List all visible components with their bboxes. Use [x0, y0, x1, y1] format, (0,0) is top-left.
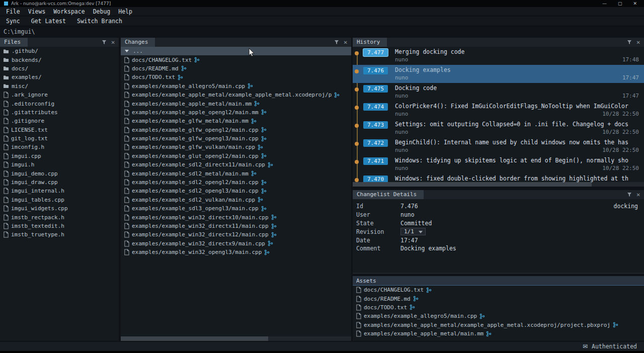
file-tree-item[interactable]: imgui_demo.cpp: [0, 169, 119, 178]
menu-item[interactable]: File: [2, 8, 24, 15]
history-panel: History ✕ 7.477 Merging docking code nun…: [353, 38, 644, 187]
history-commit-row[interactable]: 7.476 Docking examples nuno 17:47: [353, 65, 644, 83]
filter-icon[interactable]: [102, 40, 107, 45]
file-tree-item[interactable]: backends/: [0, 55, 119, 64]
filter-icon[interactable]: [627, 40, 632, 45]
changed-file-row[interactable]: examples/example_glfw_opengl3/main.cpp: [121, 134, 351, 143]
changed-file-row[interactable]: examples/example_glfw_opengl2/main.cpp: [121, 126, 351, 134]
menu-item[interactable]: Workspace: [49, 8, 89, 15]
file-tree-item[interactable]: imstb_truetype.h: [0, 230, 119, 239]
history-commit-row[interactable]: 7.475 Docking code nuno 17:47: [353, 83, 644, 101]
asset-file-row[interactable]: examples/example_apple_metal/example_app…: [353, 321, 644, 329]
panel-close-icon[interactable]: ✕: [636, 40, 640, 45]
file-tree-item[interactable]: imgui.cpp: [0, 152, 119, 160]
changed-file-row[interactable]: examples/example_win32_opengl3/main.cpp: [121, 248, 351, 256]
collapse-arrow-icon[interactable]: [125, 50, 129, 52]
file-tree-item[interactable]: .ark_ignore: [0, 91, 119, 99]
changed-file-row[interactable]: examples/example_win32_directx11/main.cp…: [121, 222, 351, 230]
changed-file-row[interactable]: ...: [121, 47, 351, 55]
toolbar-button[interactable]: Get Latest: [27, 18, 70, 25]
changed-file-row[interactable]: examples/example_win32_directx10/main.cp…: [121, 213, 351, 221]
filter-icon[interactable]: [334, 40, 339, 45]
changed-file-path: examples/example_sdl2_vulkan/main.cpp: [132, 197, 255, 203]
file-tree-item[interactable]: imconfig.h: [0, 143, 119, 151]
asset-file-row[interactable]: examples/example_allegro5/main.cpp: [353, 312, 644, 320]
changed-file-path: docs/README.md: [132, 65, 179, 72]
changed-file-row[interactable]: examples/example_sdl2_opengl3/main.cpp: [121, 187, 351, 195]
panel-close-icon[interactable]: ✕: [344, 40, 348, 45]
asset-file-row[interactable]: docs/README.md: [353, 294, 644, 303]
filter-icon[interactable]: [627, 192, 632, 197]
file-tree-item[interactable]: git_log.txt: [0, 134, 119, 143]
commit-meta: nuno 10/28 22:50: [353, 164, 644, 172]
changed-file-row[interactable]: docs/CHANGELOG.txt: [121, 55, 351, 64]
file-icon: [124, 188, 129, 194]
revision-badge: 7.477: [363, 49, 388, 56]
close-icon[interactable]: ✕: [633, 1, 637, 6]
changed-file-row[interactable]: docs/TODO.txt: [121, 73, 351, 81]
file-tree-item[interactable]: imstb_textedit.h: [0, 222, 119, 230]
changed-file-row[interactable]: examples/example_sdl3_opengl3/main.cpp: [121, 204, 351, 213]
history-commit-row[interactable]: 7.471 Windows: tidying up skipitems logi…: [353, 155, 644, 173]
changed-file-row[interactable]: docs/README.md: [121, 64, 351, 73]
branch-icon: [251, 170, 257, 176]
maximize-icon[interactable]: ▢: [618, 1, 622, 6]
branch-icon: [410, 304, 415, 310]
changed-file-row[interactable]: examples/example_win32_directx12/main.cp…: [121, 230, 351, 239]
asset-file-row[interactable]: docs/TODO.txt: [353, 303, 644, 312]
file-tree-item[interactable]: examples/: [0, 73, 119, 81]
history-commit-row[interactable]: 7.474 ColorPicker4(): Fixed ImGuiColorEd…: [353, 101, 644, 119]
file-icon: [3, 127, 9, 133]
file-tree-item[interactable]: misc/: [0, 82, 119, 91]
branch-icon: [258, 144, 263, 150]
file-name: imstb_rectpack.h: [11, 214, 64, 221]
changed-file-path: examples/example_apple_metal/main.mm: [132, 101, 252, 107]
changed-file-row[interactable]: examples/example_sdl2_directx11/main.cpp: [121, 160, 351, 169]
changed-file-row[interactable]: examples/example_sdl2_vulkan/main.cpp: [121, 196, 351, 204]
menu-item[interactable]: Debug: [89, 8, 115, 15]
changed-file-row[interactable]: examples/example_apple_opengl2/main.mm: [121, 108, 351, 117]
panel-close-icon[interactable]: ✕: [111, 40, 115, 45]
file-tree-item[interactable]: imgui_internal.h: [0, 187, 119, 195]
scrollbar-thumb[interactable]: [353, 182, 592, 187]
file-tree-item[interactable]: .gitignore: [0, 117, 119, 125]
changed-file-row[interactable]: examples/example_glfw_metal/main.mm: [121, 117, 351, 125]
changed-file-row[interactable]: examples/example_glfw_vulkan/main.cpp: [121, 143, 351, 151]
file-tree-item[interactable]: imgui_widgets.cpp: [0, 204, 119, 213]
asset-file-row[interactable]: examples/example_apple_metal/main.mm: [353, 329, 644, 338]
menu-item[interactable]: Help: [114, 8, 136, 15]
file-icon: [124, 109, 129, 116]
file-icon: [124, 214, 129, 221]
changed-file-row[interactable]: examples/example_glut_opengl2/main.cpp: [121, 152, 351, 160]
horizontal-scrollbar[interactable]: [353, 182, 644, 187]
history-commit-row[interactable]: 7.477 Merging docking code nuno 17:48: [353, 47, 644, 65]
changed-file-row[interactable]: examples/example_sdl2_opengl2/main.cpp: [121, 178, 351, 187]
horizontal-scrollbar[interactable]: [121, 336, 351, 341]
menu-item[interactable]: Views: [24, 8, 50, 15]
file-tree-item[interactable]: .gitattributes: [0, 108, 119, 117]
history-panel-header: History ✕: [353, 38, 644, 47]
history-commit-row[interactable]: 7.472 BeginChild(): Internal name used b…: [353, 137, 644, 155]
changed-file-row[interactable]: examples/example_apple_metal/main.mm: [121, 99, 351, 108]
changed-file-row[interactable]: examples/example_win32_directx9/main.cpp: [121, 239, 351, 248]
minimize-icon[interactable]: —: [602, 1, 607, 6]
toolbar-button[interactable]: Switch Branch: [73, 18, 126, 25]
scrollbar-thumb[interactable]: [121, 336, 268, 341]
toolbar-button[interactable]: Sync: [2, 18, 24, 25]
file-tree-item[interactable]: imgui_tables.cpp: [0, 196, 119, 204]
panel-close-icon[interactable]: ✕: [636, 192, 640, 198]
file-tree-item[interactable]: docs/: [0, 64, 119, 73]
changed-file-row[interactable]: examples/example_allegro5/main.cpp: [121, 82, 351, 91]
file-tree-item[interactable]: imgui_draw.cpp: [0, 178, 119, 187]
changed-file-row[interactable]: examples/example_sdl2_metal/main.mm: [121, 169, 351, 178]
history-commit-row[interactable]: 7.473 Settings: omit outputing Collapsed…: [353, 119, 644, 137]
changed-file-row[interactable]: examples/example_apple_metal/example_app…: [121, 91, 351, 99]
file-tree-item[interactable]: .editorconfig: [0, 99, 119, 108]
file-tree-item[interactable]: imstb_rectpack.h: [0, 213, 119, 221]
changed-file-path: examples/example_sdl3_opengl3/main.cpp: [132, 205, 259, 212]
file-tree-item[interactable]: LICENSE.txt: [0, 126, 119, 134]
file-tree-item[interactable]: imgui.h: [0, 160, 119, 169]
file-name: imgui.cpp: [11, 153, 41, 159]
file-tree-item[interactable]: .github/: [0, 47, 119, 55]
asset-file-row[interactable]: docs/CHANGELOG.txt: [353, 286, 644, 294]
